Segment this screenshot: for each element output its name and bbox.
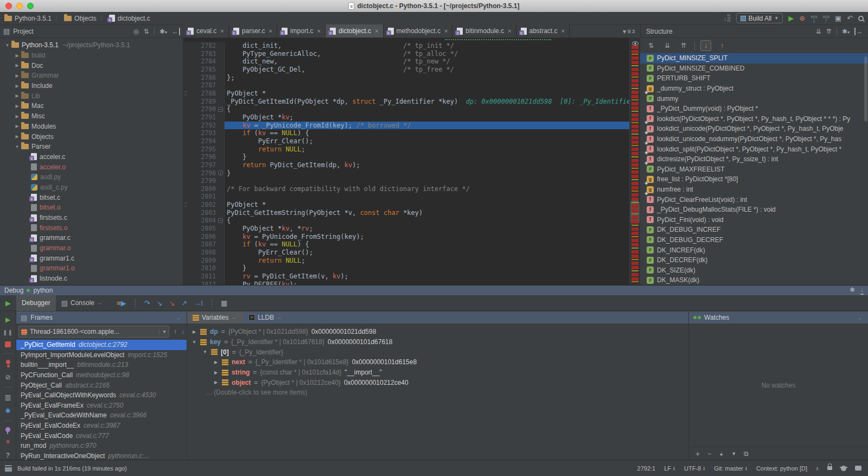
code-text[interactable]: dict_new, /* tp_new */ — [225, 58, 629, 66]
code-line[interactable]: 2804{ — [183, 217, 629, 225]
editor-tab-methodobject-c[interactable]: methodobject.c× — [384, 24, 453, 37]
close-tab-icon[interactable]: × — [508, 28, 511, 34]
caret-position[interactable]: 2792:1 — [637, 465, 656, 472]
sort-by-visibility-icon[interactable]: ⇅ — [646, 40, 656, 51]
structure-item[interactable]: gfree_list : PyDictObject *[80] — [640, 174, 868, 185]
error-stripe-mark[interactable] — [631, 141, 639, 144]
code-line[interactable]: 2792 kv = _PyUnicode_FromId(key); /* bor… — [183, 122, 629, 130]
error-stripe-mark[interactable] — [631, 266, 639, 269]
tree-item[interactable]: ▶Misc — [0, 111, 183, 122]
error-stripe-mark[interactable] — [631, 259, 639, 260]
error-stripe-mark[interactable] — [631, 170, 639, 174]
code-text[interactable]: } — [225, 264, 629, 272]
code-text[interactable]: Py_DECREF(kv); — [225, 281, 629, 285]
error-stripe-mark[interactable] — [631, 46, 639, 49]
tree-item[interactable]: listnode.c — [0, 274, 183, 284]
structure-item[interactable]: f_PyDict_DebugMallocStats(FILE *) : void — [640, 205, 868, 215]
view-breakpoints-icon[interactable] — [6, 360, 10, 367]
error-stripe-mark[interactable] — [631, 148, 639, 151]
error-stripe-mark[interactable] — [631, 250, 639, 253]
close-tab-icon[interactable]: × — [444, 28, 448, 34]
error-stripe-mark[interactable] — [631, 129, 639, 132]
hide-tool-window-icon[interactable]: ↓ — [860, 286, 864, 295]
code-text[interactable]: } — [225, 169, 629, 177]
error-stripe-mark[interactable] — [631, 111, 639, 112]
context-indicator[interactable]: Context: python [D] — [756, 465, 807, 472]
error-stripe-mark[interactable] — [631, 152, 639, 155]
error-stripe-mark[interactable] — [631, 134, 639, 135]
error-stripe-mark[interactable] — [631, 168, 639, 169]
error-stripe-mark[interactable] — [631, 99, 639, 100]
tree-item[interactable]: grammar.c — [0, 233, 183, 243]
tab-list-dropdown[interactable]: ▾≡3 — [623, 28, 635, 35]
tab-lldb[interactable]: > LLDB →˙ — [243, 312, 289, 323]
remove-watch-icon[interactable]: − — [707, 450, 711, 458]
code-line[interactable]: 2801 — [183, 193, 629, 201]
structure-item[interactable]: fPyDict_ClearFreeList(void) : int — [640, 194, 868, 205]
code-text[interactable]: PyDict_GetItemString(PyObject *v, const … — [225, 209, 629, 217]
git-branch-select[interactable]: Git: master▲▼ — [714, 465, 748, 472]
error-stripe-mark[interactable] — [631, 205, 639, 208]
tree-item[interactable]: asdl_c.py — [0, 182, 183, 193]
chevron-down-icon[interactable]: ▼ — [202, 350, 208, 354]
chevron-right-icon[interactable]: ▶ — [13, 63, 21, 68]
search-everywhere-icon[interactable] — [858, 16, 864, 21]
code-line[interactable]: 2797 return PyDict_GetItem(dp, kv); — [183, 161, 629, 169]
scrollbar-thumb[interactable] — [864, 56, 867, 122]
navigate-arrows-icon[interactable]: →← — [184, 90, 187, 97]
chevron-down-icon[interactable]: ▼ — [3, 43, 11, 48]
error-stripe-mark[interactable] — [631, 68, 639, 71]
tree-item[interactable]: ▶Grammar — [0, 71, 183, 81]
error-stripe-mark[interactable] — [631, 65, 639, 66]
error-stripe-mark[interactable] — [631, 159, 639, 162]
code-text[interactable]: PyObject *kv; — [225, 113, 629, 122]
chevron-right-icon[interactable]: ▶ — [13, 124, 21, 129]
editor-gutter[interactable]: 2789 — [183, 98, 225, 106]
rerun-icon[interactable]: ▶ — [0, 299, 16, 307]
code-text[interactable]: rv = PyDict_GetItem(v, kv); — [225, 272, 629, 281]
editor-tab-import-c[interactable]: import.c× — [277, 24, 326, 37]
breadcrumb-item[interactable]: Objects — [64, 15, 97, 22]
frame-row[interactable]: _PyDict_GetItemIddictobject.c:2792 — [16, 340, 187, 350]
hide-panel-icon[interactable]: → — [854, 28, 863, 35]
tree-item[interactable]: bitset.o — [0, 202, 183, 213]
chevron-right-icon[interactable]: ▶ — [192, 329, 197, 334]
error-stripe-mark[interactable] — [631, 50, 639, 53]
undo-icon[interactable]: ↶ — [847, 14, 853, 22]
tree-item[interactable]: ▶Mac — [0, 101, 183, 111]
variable-row[interactable]: ▶dp={PyObject * | 0x1021dd598}0x00000001… — [187, 327, 688, 337]
editor-gutter[interactable]: 2790 — [183, 105, 225, 113]
error-stripe-mark[interactable] — [631, 125, 639, 128]
collapse-all-icon[interactable]: ⇅ — [144, 28, 149, 35]
fold-marker-icon[interactable] — [218, 218, 223, 223]
frame-row[interactable]: run_modpythonrun.c:970 — [16, 441, 187, 451]
error-stripe-mark[interactable] — [631, 182, 639, 185]
code-text[interactable]: { — [225, 105, 629, 113]
code-text[interactable] — [225, 193, 629, 201]
tree-item[interactable]: firstsets.o — [0, 223, 183, 233]
code-line[interactable]: 2784 dict_new, /* tp_new */ — [183, 58, 629, 66]
structure-item[interactable]: #DK_DECREF(dk) — [640, 255, 868, 265]
structure-item[interactable]: #DK_DEBUG_INCREF — [640, 225, 868, 235]
error-stripe-mark[interactable] — [631, 262, 639, 265]
structure-item[interactable]: #DK_SIZE(dk) — [640, 265, 868, 275]
tab-console[interactable]: ▤ Console →˙ — [56, 295, 109, 311]
frame-row[interactable]: builtin___import__bltinmodule.c:213 — [16, 360, 187, 370]
frame-row[interactable]: PyObject_Callabstract.c:2165 — [16, 380, 187, 390]
frame-row[interactable]: PyEval_EvalCodeExceval.c:3987 — [16, 421, 187, 431]
chevron-down-icon[interactable]: ▼ — [13, 144, 21, 149]
error-stripe-mark[interactable] — [631, 227, 639, 231]
chevron-right-icon[interactable]: ▶ — [213, 370, 219, 375]
error-stripe-mark[interactable] — [631, 95, 639, 98]
variable-row[interactable]: ▶object={PyObject * | 0x10212ce40}0x0000… — [187, 377, 688, 388]
locate-file-icon[interactable]: ◎ — [133, 28, 138, 35]
code-line[interactable]: →←2788PyObject * — [183, 90, 629, 98]
structure-item[interactable]: #PyDict_MAXFREELIST — [640, 164, 868, 175]
fold-marker-icon[interactable] — [218, 107, 223, 112]
structure-item[interactable]: #PERTURB_SHIFT — [640, 73, 868, 84]
code-text[interactable] — [225, 81, 629, 90]
structure-item[interactable]: #dummy — [640, 93, 868, 104]
code-line[interactable]: 2812 Py_DECREF(kv); — [183, 281, 629, 285]
editor-gutter[interactable]: 2792 — [183, 122, 225, 130]
fold-marker-icon[interactable] — [218, 170, 223, 175]
